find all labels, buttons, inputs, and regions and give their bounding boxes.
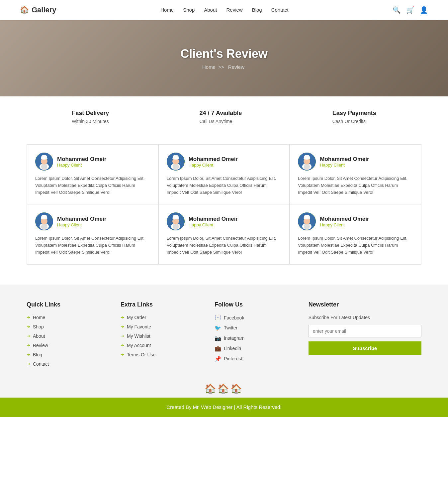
user-icon[interactable]: 👤 [420, 6, 428, 14]
arrow-icon: ➔ [121, 315, 124, 320]
subscribe-button[interactable]: Subscribe [309, 341, 421, 355]
feature-available-sub: Call Us Anytime [200, 119, 242, 124]
arrow-icon: ➔ [121, 343, 124, 348]
feature-payments-sub: Cash Or Credits [332, 119, 376, 124]
footer-grid: Quick Links ➔ Home ➔ Shop ➔ About ➔ Revi… [27, 301, 421, 367]
quick-link-review: ➔ Review [27, 343, 107, 348]
review-header: Mohammed Omeir Happy Client [298, 153, 413, 171]
reviewer-role: Happy Client [320, 163, 369, 168]
features-section: Fast Delivery Within 30 Minutes 24 / 7 A… [0, 96, 448, 137]
reviewer-role: Happy Client [189, 222, 238, 227]
feature-available: 24 / 7 Available Call Us Anytime [200, 110, 242, 124]
reviewer-name: Mohammed Omeir [57, 156, 106, 163]
extra-link-order-link[interactable]: My Order [127, 315, 146, 320]
pinterest-link[interactable]: Pinterest [224, 356, 242, 361]
extra-links-list: ➔ My Order ➔ My Favorite ➔ My Wishlist ➔… [121, 315, 201, 357]
nav-review[interactable]: Review [226, 7, 242, 13]
brand-logo[interactable]: 🏠 Gallery [20, 6, 56, 14]
arrow-icon: ➔ [27, 361, 30, 366]
nav-contact[interactable]: Contact [271, 7, 289, 13]
quick-links-title: Quick Links [27, 301, 107, 308]
breadcrumb-current: Review [228, 64, 244, 70]
search-icon[interactable]: 🔍 [393, 6, 401, 14]
review-header: Mohammed Omeir Happy Client [298, 212, 413, 230]
footer-bottom-text: Created By Mr. Web Designer | All Rights… [166, 404, 281, 410]
quick-link-shop-link[interactable]: Shop [33, 324, 44, 329]
twitter-link[interactable]: Twitter [224, 325, 237, 330]
extra-link-order: ➔ My Order [121, 315, 201, 320]
cart-icon[interactable]: 🛒 [406, 6, 414, 14]
arrow-icon: ➔ [27, 352, 30, 357]
extra-link-wishlist-link[interactable]: My Wishlist [127, 333, 150, 339]
footer-logo-icons: 🏠🏠🏠 [0, 383, 448, 394]
reviewer-role: Happy Client [320, 222, 369, 227]
svg-point-34 [173, 215, 178, 217]
navbar: 🏠 Gallery Home Shop About Review Blog Co… [0, 0, 448, 20]
hero-section: Client's Review Home >> Review [0, 20, 448, 96]
extra-link-favorite-link[interactable]: My Favorite [127, 324, 151, 329]
nav-about[interactable]: About [204, 7, 217, 13]
social-pinterest: 📌 Pinterest [215, 356, 295, 362]
avatar [167, 212, 185, 230]
review-text: Lorem Ipsum Dolor, Sit Amet Consectetur … [298, 235, 413, 256]
review-card: Mohammed Omeir Happy Client Lorem Ipsum … [158, 144, 290, 204]
feature-fast-delivery-sub: Within 30 Minutes [72, 119, 109, 124]
review-card: Mohammed Omeir Happy Client Lorem Ipsum … [27, 204, 158, 264]
quick-link-contact: ➔ Contact [27, 361, 107, 367]
breadcrumb-separator: >> [218, 64, 224, 70]
footer-extra-links: Extra Links ➔ My Order ➔ My Favorite ➔ M… [121, 301, 201, 367]
quick-link-home-link[interactable]: Home [33, 315, 45, 320]
review-card: Mohammed Omeir Happy Client Lorem Ipsum … [27, 144, 158, 204]
extra-link-terms-link[interactable]: Terms Or Use [127, 352, 155, 357]
linkedin-icon: 💼 [215, 345, 221, 352]
nav-shop[interactable]: Shop [183, 7, 195, 13]
instagram-link[interactable]: Instagram [224, 335, 244, 341]
hero-content: Client's Review Home >> Review [180, 47, 268, 70]
quick-link-home: ➔ Home [27, 315, 107, 320]
quick-links-list: ➔ Home ➔ Shop ➔ About ➔ Review ➔ Blog [27, 315, 107, 367]
feature-available-title: 24 / 7 Available [200, 110, 242, 117]
feature-payments-title: Easy Payments [332, 110, 376, 117]
quick-link-review-link[interactable]: Review [33, 343, 48, 348]
footer-logo-area: 🏠🏠🏠 [0, 377, 448, 398]
quick-link-shop: ➔ Shop [27, 324, 107, 329]
reviewer-name: Mohammed Omeir [320, 216, 369, 222]
review-text: Lorem Ipsum Dolor, Sit Amet Consectetur … [35, 235, 150, 256]
breadcrumb-home[interactable]: Home [202, 64, 216, 70]
avatar [167, 153, 185, 171]
linkedin-link[interactable]: Linkedin [224, 346, 241, 351]
quick-link-contact-link[interactable]: Contact [33, 361, 49, 367]
arrow-icon: ➔ [121, 352, 124, 357]
reviewer-name: Mohammed Omeir [189, 216, 238, 222]
arrow-icon: ➔ [27, 333, 30, 338]
reviewer-name: Mohammed Omeir [189, 156, 238, 163]
review-text: Lorem Ipsum Dolor, Sit Amet Consectetur … [167, 175, 282, 196]
quick-link-about-link[interactable]: About [33, 333, 45, 339]
extra-link-account: ➔ My Account [121, 343, 201, 348]
arrow-icon: ➔ [27, 315, 30, 320]
review-card: Mohammed Omeir Happy Client Lorem Ipsum … [290, 144, 421, 204]
reviewer-role: Happy Client [57, 222, 106, 227]
svg-point-27 [42, 215, 47, 217]
social-linkedin: 💼 Linkedin [215, 345, 295, 352]
follow-us-title: Follow Us [215, 301, 295, 308]
quick-link-blog: ➔ Blog [27, 352, 107, 357]
reviews-grid: Mohammed Omeir Happy Client Lorem Ipsum … [27, 144, 421, 265]
instagram-icon: 📷 [215, 335, 221, 341]
reviewer-role: Happy Client [57, 163, 106, 168]
review-text: Lorem Ipsum Dolor, Sit Amet Consectetur … [35, 175, 150, 196]
extra-link-terms: ➔ Terms Or Use [121, 352, 201, 357]
facebook-icon: 🇫 [215, 315, 221, 321]
newsletter-email-input[interactable] [309, 325, 421, 337]
footer-quick-links: Quick Links ➔ Home ➔ Shop ➔ About ➔ Revi… [27, 301, 107, 367]
facebook-link[interactable]: Facebook [224, 315, 244, 320]
extra-link-account-link[interactable]: My Account [127, 343, 151, 348]
quick-link-blog-link[interactable]: Blog [33, 352, 42, 357]
social-facebook: 🇫 Facebook [215, 315, 295, 321]
arrow-icon: ➔ [27, 324, 30, 329]
social-twitter: 🐦 Twitter [215, 325, 295, 331]
reviewer-role: Happy Client [189, 163, 238, 168]
review-header: Mohammed Omeir Happy Client [167, 153, 282, 171]
nav-blog[interactable]: Blog [252, 7, 262, 13]
nav-home[interactable]: Home [160, 7, 174, 13]
